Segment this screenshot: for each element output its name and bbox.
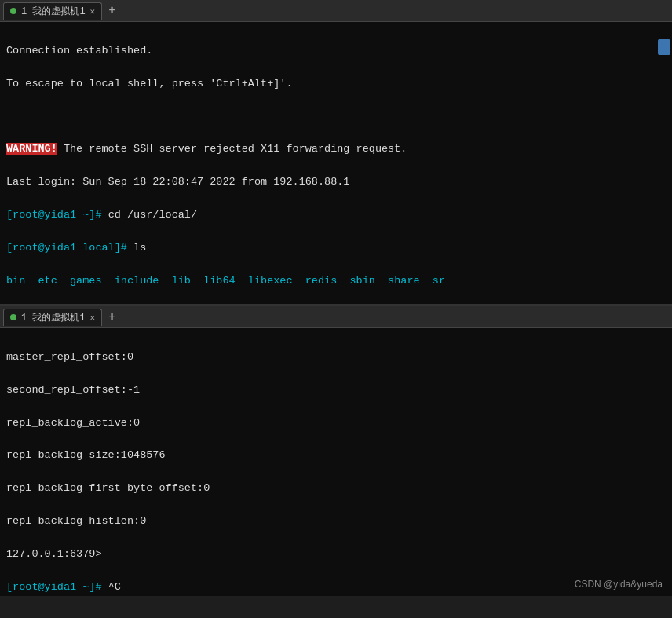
tab-add-2[interactable]: +	[104, 310, 121, 324]
tab-bar-2: 1 我的虚拟机1 ✕ +	[0, 306, 672, 328]
line: [root@yida1 ~]# ^C	[6, 580, 666, 596]
watermark: CSDN @yida&yueda	[575, 579, 663, 590]
terminal-pane-2: 1 我的虚拟机1 ✕ + master_repl_offset:0 second…	[0, 306, 672, 596]
terminal-content-2: master_repl_offset:0 second_repl_offset:…	[0, 328, 672, 596]
line: To escape to local shell, press 'Ctrl+Al…	[6, 76, 666, 93]
tab-close-2[interactable]: ✕	[90, 313, 96, 323]
line: Last login: Sun Sep 18 22:08:47 2022 fro…	[6, 174, 666, 191]
line: Connection established.	[6, 43, 666, 60]
line: second_repl_offset:-1	[6, 382, 666, 399]
line: 127.0.0.1:6379>	[6, 547, 666, 563]
line: [root@yida1 ~]# cd /usr/local/	[6, 207, 666, 224]
tab-label-2: 1 我的虚拟机1	[21, 311, 86, 324]
tab-2[interactable]: 1 我的虚拟机1 ✕	[3, 309, 102, 326]
line: master_repl_offset:0	[6, 349, 666, 366]
line: repl_backlog_histlen:0	[6, 514, 666, 530]
tab-bar-1: 1 我的虚拟机1 ✕ +	[0, 0, 672, 22]
line: WARNING! The remote SSH server rejected …	[6, 141, 666, 158]
line: repl_backlog_size:1048576	[6, 448, 666, 464]
terminal-content-1: Connection established. To escape to loc…	[0, 22, 672, 306]
line: repl_backlog_active:0	[6, 415, 666, 432]
line: bin etc games include lib lib64 libexec …	[6, 273, 666, 290]
scrollbar-1[interactable]	[658, 39, 670, 55]
tab-dot-2	[10, 314, 16, 320]
tab-dot-1	[10, 8, 16, 14]
line: repl_backlog_first_byte_offset:0	[6, 481, 666, 497]
tab-label-1: 1 我的虚拟机1	[21, 5, 86, 18]
tab-add-1[interactable]: +	[104, 4, 121, 18]
tab-close-1[interactable]: ✕	[90, 6, 96, 16]
line: [root@yida1 local]# ls	[6, 240, 666, 257]
tab-1[interactable]: 1 我的虚拟机1 ✕	[3, 2, 102, 20]
line	[6, 109, 666, 126]
warning-badge: WARNING!	[6, 143, 57, 155]
terminal-pane-1: 1 我的虚拟机1 ✕ + Connection established. To …	[0, 0, 672, 306]
